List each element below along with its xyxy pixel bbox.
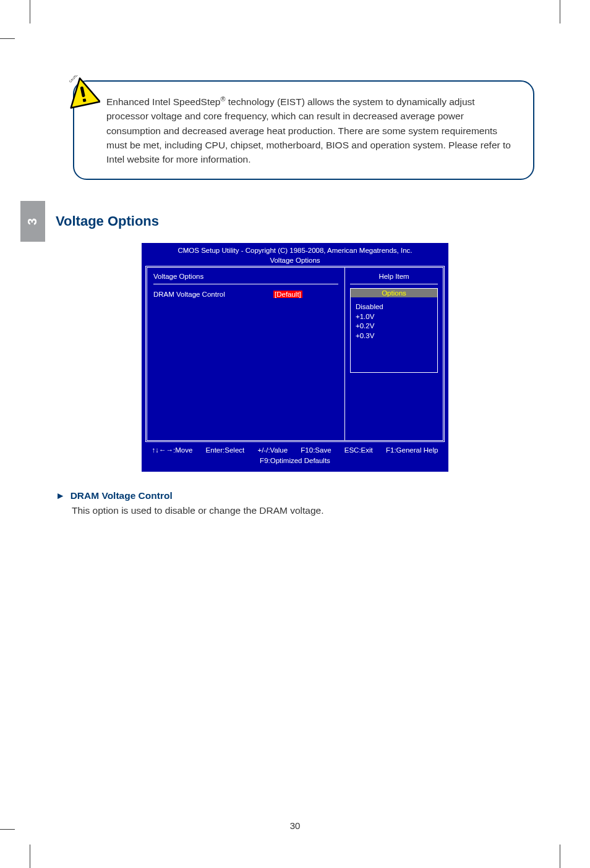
bios-left-pane: Voltage Options DRAM Voltage Control [De… <box>147 268 345 440</box>
crop-mark <box>30 0 30 23</box>
bios-footer-defaults: F9:Optimized Defaults <box>145 456 445 466</box>
bios-title: CMOS Setup Utility - Copyright (C) 1985-… <box>143 244 447 266</box>
section-heading: Voltage Options <box>56 213 534 229</box>
bios-options-list: Disabled +1.0V +0.2V +0.3V <box>351 297 437 372</box>
item-description: This option is used to disable or change… <box>72 505 534 516</box>
crop-mark <box>560 845 560 868</box>
crop-mark <box>30 845 30 868</box>
caution-text-pre: Enhanced Intel SpeedStep <box>106 96 220 107</box>
arrow-icon: ► <box>56 490 65 501</box>
svg-rect-2 <box>83 98 87 102</box>
bios-footer-move: ↑↓←→:Move <box>152 445 193 456</box>
bios-title-line2: Voltage Options <box>143 256 447 266</box>
crop-mark <box>0 38 15 39</box>
bios-options-title: Options <box>351 289 437 297</box>
bios-options-box: Options Disabled +1.0V +0.2V +0.3V <box>350 288 438 372</box>
bios-footer-save: F10:Save <box>301 445 331 456</box>
crop-mark <box>560 0 560 23</box>
caution-icon: CAUTION <box>66 75 100 110</box>
bios-right-pane: Help Item Options Disabled +1.0V +0.2V +… <box>345 268 443 440</box>
bios-footer-select: Enter:Select <box>206 445 245 456</box>
bios-title-line1: CMOS Setup Utility - Copyright (C) 1985-… <box>143 246 447 256</box>
item-heading: ► DRAM Voltage Control <box>56 490 534 501</box>
bios-body: Voltage Options DRAM Voltage Control [De… <box>145 266 445 442</box>
bios-setting-row: DRAM Voltage Control [Default] <box>153 291 338 298</box>
bios-option: +1.0V <box>356 312 432 322</box>
bios-footer-help: F1:General Help <box>386 445 438 456</box>
bios-screenshot: CMOS Setup Utility - Copyright (C) 1985-… <box>142 243 448 471</box>
chapter-tab: 3 <box>20 201 45 242</box>
bios-option: Disabled <box>356 302 432 312</box>
bios-footer-value: +/-/:Value <box>257 445 288 456</box>
bios-help-header: Help Item <box>350 273 438 284</box>
bios-footer: ↑↓←→:Move Enter:Select +/-/:Value F10:Sa… <box>143 442 447 470</box>
item-heading-text: DRAM Voltage Control <box>71 490 173 501</box>
bios-left-header: Voltage Options <box>153 273 338 284</box>
bios-option: +0.3V <box>356 331 432 341</box>
bios-setting-value: [Default] <box>273 291 302 298</box>
caution-callout: CAUTION Enhanced Intel SpeedStep® techno… <box>73 80 534 180</box>
bios-option: +0.2V <box>356 321 432 331</box>
bios-footer-exit: ESC:Exit <box>344 445 373 456</box>
crop-mark <box>0 829 15 830</box>
bios-setting-label: DRAM Voltage Control <box>153 291 273 298</box>
chapter-number: 3 <box>26 218 40 224</box>
page-number: 30 <box>56 820 534 831</box>
